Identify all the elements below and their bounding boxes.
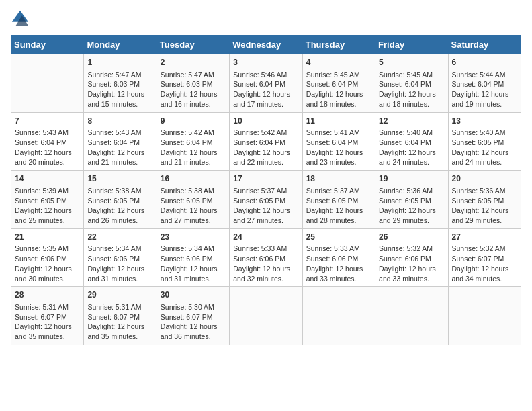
sunset-text: Sunset: 6:06 PM <box>306 254 371 264</box>
day-number: 22 <box>87 232 152 243</box>
sunset-text: Sunset: 6:04 PM <box>379 79 444 89</box>
day-number: 7 <box>15 116 80 127</box>
sunrise-text: Sunrise: 5:36 AM <box>452 186 517 196</box>
sunrise-text: Sunrise: 5:38 AM <box>161 186 226 196</box>
sunrise-text: Sunrise: 5:33 AM <box>306 244 371 254</box>
sunset-text: Sunset: 6:05 PM <box>379 196 444 206</box>
daylight-text: Daylight: 12 hours and 15 minutes. <box>87 89 152 109</box>
day-number: 14 <box>15 173 80 185</box>
sunrise-text: Sunrise: 5:37 AM <box>233 186 298 196</box>
calendar-cell: 3Sunrise: 5:46 AMSunset: 6:04 PMDaylight… <box>230 54 302 113</box>
day-number: 16 <box>161 173 226 185</box>
col-header-thursday: Thursday <box>302 36 375 54</box>
sunrise-text: Sunrise: 5:46 AM <box>233 70 298 80</box>
daylight-text: Daylight: 12 hours and 19 minutes. <box>452 89 517 109</box>
col-header-sunday: Sunday <box>11 36 84 54</box>
calendar-cell: 28Sunrise: 5:31 AMSunset: 6:07 PMDayligh… <box>11 287 84 345</box>
calendar-cell: 2Sunrise: 5:47 AMSunset: 6:03 PMDaylight… <box>157 54 229 113</box>
calendar-cell: 7Sunrise: 5:43 AMSunset: 6:04 PMDaylight… <box>11 112 84 171</box>
calendar-cell: 12Sunrise: 5:40 AMSunset: 6:04 PMDayligh… <box>375 112 448 171</box>
daylight-text: Daylight: 12 hours and 27 minutes. <box>161 205 226 225</box>
sunrise-text: Sunrise: 5:39 AM <box>15 186 80 196</box>
sunset-text: Sunset: 6:04 PM <box>379 138 444 148</box>
sunset-text: Sunset: 6:04 PM <box>233 79 298 89</box>
sunrise-text: Sunrise: 5:30 AM <box>161 302 226 312</box>
sunset-text: Sunset: 6:03 PM <box>161 79 226 89</box>
sunrise-text: Sunrise: 5:38 AM <box>87 186 152 196</box>
daylight-text: Daylight: 12 hours and 18 minutes. <box>306 89 371 109</box>
day-number: 27 <box>452 232 517 243</box>
calendar-cell: 16Sunrise: 5:38 AMSunset: 6:05 PMDayligh… <box>157 171 229 229</box>
daylight-text: Daylight: 12 hours and 27 minutes. <box>233 205 298 225</box>
calendar-cell: 18Sunrise: 5:37 AMSunset: 6:05 PMDayligh… <box>302 171 375 229</box>
calendar-cell: 26Sunrise: 5:32 AMSunset: 6:06 PMDayligh… <box>375 228 448 287</box>
day-number: 18 <box>306 173 371 185</box>
day-number: 6 <box>452 57 517 68</box>
daylight-text: Daylight: 12 hours and 33 minutes. <box>379 264 444 283</box>
sunset-text: Sunset: 6:06 PM <box>379 254 444 264</box>
day-number: 1 <box>87 57 152 68</box>
daylight-text: Daylight: 12 hours and 21 minutes. <box>87 148 152 167</box>
sunset-text: Sunset: 6:05 PM <box>452 196 517 206</box>
week-row: 1Sunrise: 5:47 AMSunset: 6:03 PMDaylight… <box>11 54 521 113</box>
daylight-text: Daylight: 12 hours and 22 minutes. <box>233 148 298 167</box>
sunrise-text: Sunrise: 5:43 AM <box>15 128 80 138</box>
calendar-cell <box>230 287 302 345</box>
daylight-text: Daylight: 12 hours and 36 minutes. <box>161 322 226 341</box>
logo <box>11 11 31 30</box>
daylight-text: Daylight: 12 hours and 26 minutes. <box>87 205 152 225</box>
daylight-text: Daylight: 12 hours and 31 minutes. <box>87 264 152 283</box>
calendar-cell: 29Sunrise: 5:31 AMSunset: 6:07 PMDayligh… <box>84 287 157 345</box>
sunset-text: Sunset: 6:07 PM <box>161 312 226 322</box>
col-header-wednesday: Wednesday <box>230 36 302 54</box>
sunrise-text: Sunrise: 5:32 AM <box>452 244 517 254</box>
week-row: 14Sunrise: 5:39 AMSunset: 6:05 PMDayligh… <box>11 171 521 229</box>
calendar-cell: 17Sunrise: 5:37 AMSunset: 6:05 PMDayligh… <box>230 171 302 229</box>
day-number: 15 <box>87 173 152 185</box>
daylight-text: Daylight: 12 hours and 29 minutes. <box>379 205 444 225</box>
sunset-text: Sunset: 6:05 PM <box>452 138 517 148</box>
sunrise-text: Sunrise: 5:45 AM <box>306 70 371 80</box>
week-row: 7Sunrise: 5:43 AMSunset: 6:04 PMDaylight… <box>11 112 521 171</box>
day-number: 21 <box>15 232 80 243</box>
calendar-cell: 4Sunrise: 5:45 AMSunset: 6:04 PMDaylight… <box>302 54 375 113</box>
col-header-tuesday: Tuesday <box>157 36 229 54</box>
daylight-text: Daylight: 12 hours and 20 minutes. <box>15 148 80 167</box>
week-row: 21Sunrise: 5:35 AMSunset: 6:06 PMDayligh… <box>11 228 521 287</box>
sunrise-text: Sunrise: 5:36 AM <box>379 186 444 196</box>
col-header-monday: Monday <box>84 36 157 54</box>
week-row: 28Sunrise: 5:31 AMSunset: 6:07 PMDayligh… <box>11 287 521 345</box>
sunset-text: Sunset: 6:04 PM <box>306 79 371 89</box>
day-number: 23 <box>161 232 226 243</box>
calendar-cell: 22Sunrise: 5:34 AMSunset: 6:06 PMDayligh… <box>84 228 157 287</box>
sunset-text: Sunset: 6:06 PM <box>233 254 298 264</box>
calendar-cell: 20Sunrise: 5:36 AMSunset: 6:05 PMDayligh… <box>448 171 521 229</box>
sunrise-text: Sunrise: 5:34 AM <box>87 244 152 254</box>
daylight-text: Daylight: 12 hours and 31 minutes. <box>161 264 226 283</box>
sunrise-text: Sunrise: 5:41 AM <box>306 128 371 138</box>
calendar-cell: 9Sunrise: 5:42 AMSunset: 6:04 PMDaylight… <box>157 112 229 171</box>
sunrise-text: Sunrise: 5:34 AM <box>161 244 226 254</box>
sunrise-text: Sunrise: 5:44 AM <box>452 70 517 80</box>
sunset-text: Sunset: 6:04 PM <box>306 138 371 148</box>
calendar-cell: 19Sunrise: 5:36 AMSunset: 6:05 PMDayligh… <box>375 171 448 229</box>
sunrise-text: Sunrise: 5:35 AM <box>15 244 80 254</box>
sunrise-text: Sunrise: 5:31 AM <box>87 302 152 312</box>
daylight-text: Daylight: 12 hours and 25 minutes. <box>15 205 80 225</box>
page-header <box>11 11 521 30</box>
calendar-cell <box>448 287 521 345</box>
day-number: 5 <box>379 57 444 68</box>
col-header-friday: Friday <box>375 36 448 54</box>
daylight-text: Daylight: 12 hours and 24 minutes. <box>379 148 444 167</box>
day-number: 17 <box>233 173 298 185</box>
calendar-cell: 5Sunrise: 5:45 AMSunset: 6:04 PMDaylight… <box>375 54 448 113</box>
sunrise-text: Sunrise: 5:42 AM <box>161 128 226 138</box>
sunset-text: Sunset: 6:04 PM <box>233 138 298 148</box>
sunrise-text: Sunrise: 5:40 AM <box>452 128 517 138</box>
sunrise-text: Sunrise: 5:47 AM <box>87 70 152 80</box>
sunset-text: Sunset: 6:06 PM <box>161 254 226 264</box>
sunset-text: Sunset: 6:06 PM <box>15 254 80 264</box>
daylight-text: Daylight: 12 hours and 32 minutes. <box>233 264 298 283</box>
calendar-cell: 27Sunrise: 5:32 AMSunset: 6:07 PMDayligh… <box>448 228 521 287</box>
sunrise-text: Sunrise: 5:43 AM <box>87 128 152 138</box>
